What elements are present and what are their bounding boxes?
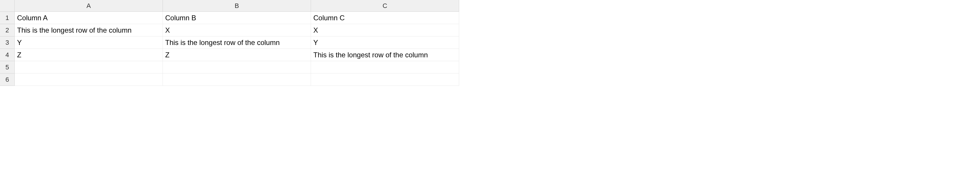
row-header-1[interactable]: 1 [0, 12, 15, 24]
cell-C4[interactable]: This is the longest row of the column [311, 49, 459, 61]
cell-C5[interactable] [311, 61, 459, 74]
cell-A2[interactable]: This is the longest row of the column [15, 24, 163, 37]
cell-A5[interactable] [15, 61, 163, 74]
cell-B6[interactable] [163, 74, 311, 86]
cell-B4[interactable]: Z [163, 49, 311, 61]
cell-C6[interactable] [311, 74, 459, 86]
row-header-4[interactable]: 4 [0, 49, 15, 61]
spreadsheet-grid: A B C 1 Column A Column B Column C 2 Thi… [0, 0, 459, 86]
column-header-B[interactable]: B [163, 0, 311, 12]
row-header-5[interactable]: 5 [0, 61, 15, 74]
cell-A6[interactable] [15, 74, 163, 86]
row-header-3[interactable]: 3 [0, 37, 15, 49]
cell-B1[interactable]: Column B [163, 12, 311, 24]
cell-A4[interactable]: Z [15, 49, 163, 61]
cell-C3[interactable]: Y [311, 37, 459, 49]
row-header-2[interactable]: 2 [0, 24, 15, 37]
cell-C1[interactable]: Column C [311, 12, 459, 24]
column-header-C[interactable]: C [311, 0, 459, 12]
cell-A1[interactable]: Column A [15, 12, 163, 24]
cell-B2[interactable]: X [163, 24, 311, 37]
cell-C2[interactable]: X [311, 24, 459, 37]
select-all-corner[interactable] [0, 0, 15, 12]
cell-B3[interactable]: This is the longest row of the column [163, 37, 311, 49]
cell-B5[interactable] [163, 61, 311, 74]
cell-A3[interactable]: Y [15, 37, 163, 49]
column-header-A[interactable]: A [15, 0, 163, 12]
row-header-6[interactable]: 6 [0, 74, 15, 86]
